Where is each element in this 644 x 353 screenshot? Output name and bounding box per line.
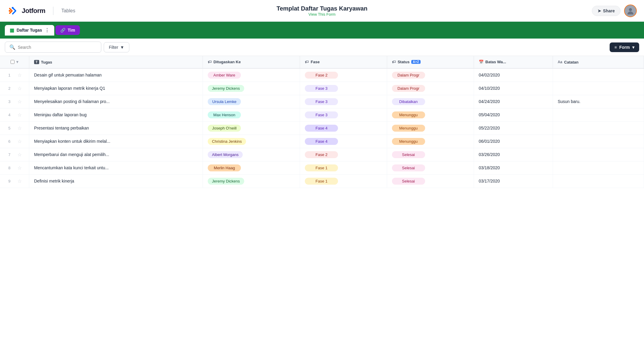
tab-tim-label: Tim	[68, 28, 75, 33]
search-icon: 🔍	[9, 44, 15, 50]
status-cell: Menunggu	[387, 108, 474, 121]
catatan-cell	[553, 82, 644, 95]
assignee-tag: Amber Ware	[208, 72, 241, 79]
fase-tag: Fase 3	[305, 111, 338, 118]
tab-tim[interactable]: 🔗 Tim	[55, 25, 80, 35]
row-number: 9	[5, 179, 14, 183]
task-text: Memperbarui dan menguji alat pemilih...	[34, 152, 109, 157]
row-controls-cell: 7 ☆	[0, 148, 29, 161]
task-cell: Memperbarui dan menguji alat pemilih...	[29, 148, 203, 161]
batas-text: 05/22/2020	[479, 126, 500, 130]
svg-point-2	[12, 7, 14, 9]
table-row: 5 ☆ Presentasi tentang perbaikan Joseph …	[0, 121, 644, 135]
batas-cell: 03/26/2020	[474, 148, 553, 161]
row-controls-cell: 5 ☆	[0, 121, 29, 135]
table-row: 2 ☆ Menyiapkan laporan metrik kinerja Q1…	[0, 82, 644, 95]
fase-cell: Fase 3	[300, 108, 387, 121]
row-number: 5	[5, 126, 14, 130]
form-button[interactable]: ≡ Form ▾	[610, 42, 639, 52]
task-cell: Menyiapkan laporan metrik kinerja Q1	[29, 82, 203, 95]
th-fase-label: Fase	[311, 60, 320, 64]
row-controls-cell: 8 ☆	[0, 161, 29, 174]
task-text: Menyiapkan konten untuk dikirim melal...	[34, 139, 110, 144]
th-status-label: Status	[398, 60, 410, 64]
star-icon[interactable]: ☆	[15, 178, 24, 184]
status-cell: Dalam Progr	[387, 68, 474, 82]
select-all-checkbox[interactable]	[11, 60, 14, 64]
star-icon[interactable]: ☆	[15, 165, 24, 171]
batas-text: 03/18/2020	[479, 165, 500, 170]
fase-tag: Fase 3	[305, 98, 338, 105]
task-cell: Menyelesaikan posting di halaman pro...	[29, 95, 203, 108]
chevron-down-icon[interactable]: ▾	[16, 60, 18, 64]
row-number: 8	[5, 166, 14, 170]
batas-cell: 05/22/2020	[474, 121, 553, 135]
th-tugas-label: Tugas	[41, 60, 52, 64]
row-number: 6	[5, 139, 14, 144]
task-cell: Definisi metrik kinerja	[29, 174, 203, 188]
star-icon[interactable]: ☆	[15, 99, 24, 105]
fase-tag: Fase 3	[305, 85, 338, 92]
fase-tag: Fase 2	[305, 151, 338, 158]
text-aa-icon: Aa	[558, 60, 562, 64]
assignee-cell: Joseph O'neill	[203, 121, 300, 135]
row-number: 4	[5, 113, 14, 117]
star-icon[interactable]: ☆	[15, 152, 24, 158]
catatan-text: Susun baru.	[558, 99, 581, 104]
fase-cell: Fase 4	[300, 135, 387, 148]
batas-text: 03/26/2020	[479, 152, 500, 157]
row-number: 7	[5, 152, 14, 157]
view-form-link[interactable]: View This Form	[276, 12, 368, 17]
batas-text: 04/02/2020	[479, 73, 500, 77]
catatan-cell	[553, 161, 644, 174]
star-icon[interactable]: ☆	[15, 125, 24, 131]
task-cell: Presentasi tentang perbaikan	[29, 121, 203, 135]
toolbar: 🔍 Filter ▼ ≡ Form ▾	[0, 39, 644, 56]
row-number: 1	[5, 73, 14, 77]
fase-cell: Fase 2	[300, 148, 387, 161]
filter-button[interactable]: Filter ▼	[104, 42, 129, 52]
star-icon[interactable]: ☆	[15, 72, 24, 78]
status-cell: Selesai	[387, 148, 474, 161]
star-icon[interactable]: ☆	[15, 86, 24, 91]
filter-icon: ▼	[120, 45, 124, 50]
tab-daftar-tugas[interactable]: ▦ Daftar Tugas ⋮	[5, 25, 54, 36]
assignee-tag: Albert Morgans	[208, 151, 243, 158]
catatan-cell	[553, 148, 644, 161]
search-input[interactable]	[18, 45, 97, 50]
th-catatan-label: Catatan	[564, 60, 579, 64]
logo-text: Jotform	[22, 7, 45, 15]
batas-cell: 06/01/2020	[474, 135, 553, 148]
tab-menu-icon[interactable]: ⋮	[45, 27, 49, 33]
table-header: ▾ T Tugas 🏷 Ditugaskan Ke	[0, 56, 644, 68]
share-icon: ➤	[598, 8, 601, 13]
row-controls-cell: 3 ☆	[0, 95, 29, 108]
jotform-logo-icon	[7, 5, 18, 16]
status-tag: Menunggu	[392, 125, 425, 132]
logo-area: Jotform Tables	[7, 5, 75, 16]
th-fase: 🏷 Fase	[300, 56, 387, 68]
row-controls-cell: 1 ☆	[0, 68, 29, 82]
avatar[interactable]	[624, 5, 637, 17]
share-button[interactable]: ➤ Share	[592, 6, 620, 16]
batas-text: 03/17/2020	[479, 179, 500, 183]
svg-point-3	[629, 8, 632, 11]
table-row: 9 ☆ Definisi metrik kinerja Jeremy Dicke…	[0, 174, 644, 188]
assignee-cell: Christina Jenkins	[203, 135, 300, 148]
th-catatan: Aa Catatan	[553, 56, 644, 68]
tag-icon-status: 🏷	[392, 60, 396, 64]
row-number: 2	[5, 86, 14, 91]
row-number: 3	[5, 99, 14, 104]
task-text: Desain gif untuk pemuatan halaman	[34, 73, 102, 77]
batas-cell: 05/04/2020	[474, 108, 553, 121]
th-ditugaskan-label: Ditugaskan Ke	[213, 60, 241, 64]
tab-bar: ▦ Daftar Tugas ⋮ 🔗 Tim	[0, 22, 644, 39]
search-box[interactable]: 🔍	[5, 42, 101, 53]
assignee-tag: Merlin Haag	[208, 164, 241, 171]
table-row: 4 ☆ Meninjau daftar laporan bug Max Hens…	[0, 108, 644, 121]
task-text: Presentasi tentang perbaikan	[34, 126, 89, 130]
tag-icon-ditugaskan: 🏷	[208, 60, 212, 64]
star-icon[interactable]: ☆	[15, 139, 24, 144]
form-dropdown-icon: ▾	[632, 45, 634, 50]
star-icon[interactable]: ☆	[15, 112, 24, 118]
